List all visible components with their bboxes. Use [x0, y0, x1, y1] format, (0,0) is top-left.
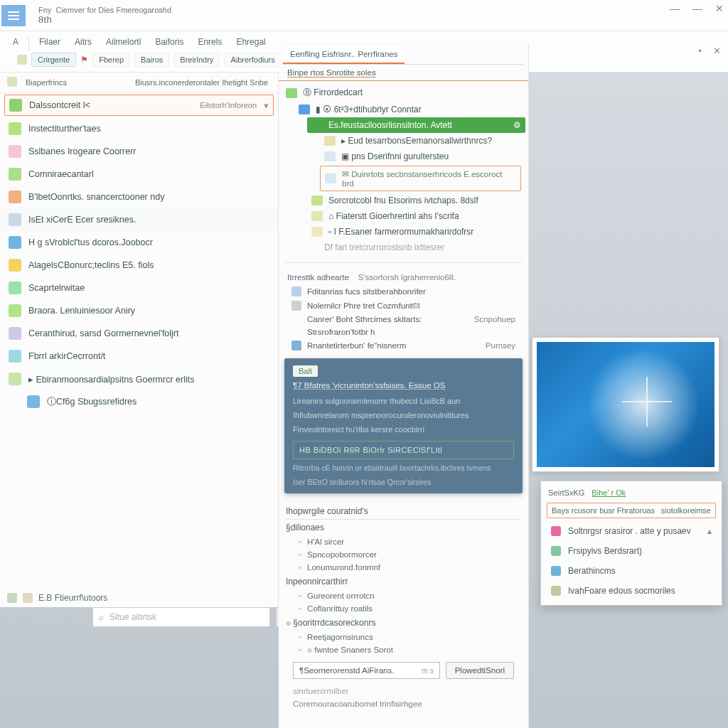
left-item[interactable]: ⓘCf6g Sbugssrefidres [0, 390, 278, 413]
prop-val: Scnpohuep [474, 315, 515, 323]
panel-pill[interactable]: Balt [293, 365, 318, 377]
left-item-label: H g sVroblcl'tus dcoros.Joobocr [28, 237, 153, 247]
left-item[interactable]: Sslbanes Irogeare Coorrerr [0, 140, 278, 163]
tree-node-label: ⌂ Fiaterstt Gioerhrertinl ahs I'scrifa [328, 211, 459, 221]
menu-item[interactable]: Baiforis [148, 34, 191, 50]
left-item[interactable]: Scaprtelrwitae [0, 277, 278, 299]
app-icon [9, 259, 21, 272]
toolbar-chip[interactable]: Aibrerfodiurs [224, 53, 281, 67]
center-breadcrumb[interactable]: Binpe rtos Snrotite soles [279, 65, 528, 81]
minimize-button[interactable]: — [670, 3, 680, 14]
group-item[interactable]: ▫Lonumurond.fonmnf [286, 561, 521, 574]
left-item-highlighted[interactable]: Dalssontcreit l< Eilotorh'Inforeon ▾ [4, 95, 274, 116]
apply-button[interactable]: PlowedtiSnorl [446, 662, 514, 679]
compose-button[interactable]: Crirgente [31, 53, 76, 67]
flyout-item[interactable]: Berathincms [541, 561, 722, 581]
toolbar-chip[interactable]: Bairos [134, 53, 169, 67]
toolbar-chip[interactable]: Breirlndry [173, 53, 220, 67]
panel-line: Finveolntoreict hu'rlbs kersre coocbirri [293, 422, 514, 437]
app-icon [9, 236, 21, 249]
center-tabs: Eenfling Eisfrisnr.. Perrfiranes [283, 46, 524, 65]
group-item[interactable]: ▫Spncopobormorcer [286, 548, 521, 561]
tree-node[interactable]: ▸ Eud tesarrbonsEemanorsallwirthnrcs? [320, 133, 525, 149]
tree-node[interactable]: ▫ I F.Esaner farmerormumakharirdofrsr [307, 224, 525, 240]
menu-item[interactable]: Ehregal [229, 34, 272, 50]
group-item-label: Coflanrittuy roatils [307, 604, 373, 613]
group-item[interactable]: ▫Reetjagornsiruncs [286, 631, 521, 643]
property-row: Canrer' Boht Sthrcimes skitarts:Scnpohue… [279, 313, 528, 326]
app-icon [9, 304, 21, 317]
group-item[interactable]: ▫H'Al sircer [286, 535, 521, 548]
left-item[interactable]: Fbrrl arkirCecrront/t [0, 345, 278, 368]
flyout-head-2[interactable]: Bihe' r Ok [592, 488, 626, 497]
app-icon [9, 122, 21, 135]
group-item-label: H'Al sircer [307, 537, 344, 546]
group-item-label: Gureorent orrrotcn [307, 592, 375, 600]
tree-node[interactable]: Df farl tretcrurrorostsnb ixttesrer [320, 240, 525, 255]
group-item[interactable]: ▫⟐ fwntoe Snaners Sorot [286, 643, 521, 656]
tree-node-label: ▣ pns Dserifnni gurultersteu [341, 151, 449, 161]
flyout-item[interactable]: IvahFoare edous socmoriles [541, 581, 722, 601]
menu-item[interactable]: A [6, 34, 26, 50]
flyout-item[interactable]: Frsipyivs Berdsrart) [541, 541, 722, 561]
left-item[interactable]: H g sVroblcl'tus dcoros.Joobocr [0, 231, 278, 254]
flyout-item-label: IvahFoare edous socmoriles [568, 586, 675, 596]
window-title: Ciemver for Dies Fmereogaroshd [55, 6, 171, 14]
flyout-highlighted-row[interactable]: Bays rcusonr busr Fhratoruas siotolkorei… [547, 503, 716, 518]
maximize-button[interactable]: — [692, 3, 702, 14]
flag-icon[interactable]: ⚑ [80, 55, 88, 65]
chevron-up-icon[interactable]: ▴ [707, 526, 712, 536]
hamburger-icon[interactable] [1, 5, 26, 26]
menu-item[interactable]: Enrels [191, 34, 229, 50]
prop-key: Strsrofraron'fotbr h [307, 328, 510, 336]
tree-node[interactable]: ⌂ Fiaterstt Gioerhrertinl ahs I'scrifa [307, 208, 525, 224]
property-row: Nolemilcr Phre tret Cozmfunt©l [279, 299, 528, 313]
context-flyout: SeirtSxKG Bihe' r Ok Bays rcusonr busr F… [540, 481, 722, 606]
menu-item[interactable]: Aitrs [68, 34, 99, 50]
left-item-label: IsEt xiCerE Ecer sresiknes. [28, 215, 136, 225]
close-button[interactable]: ✕ [715, 3, 724, 14]
left-item[interactable]: IsEt xiCerE Ecer sresiknes. [0, 208, 278, 231]
toolbar-chip[interactable]: Fberep [92, 53, 130, 67]
left-pane-footer[interactable]: E.B Ftieurrf\utoors [7, 593, 107, 603]
tree-node[interactable]: Es.feustaclloosrlisnsilnton. Avtett⚙ [307, 117, 525, 133]
group-item-label: Reetjagornsiruncs [307, 633, 373, 641]
menu-item[interactable]: Filaer [32, 34, 68, 50]
item-icon [551, 526, 561, 536]
menu-item[interactable]: Ailmelortl [99, 34, 148, 50]
bullet-icon: ▫ [299, 633, 301, 641]
tree-node[interactable]: ▣ pns Dserifnni gurultersteu [320, 149, 525, 164]
left-item[interactable]: ▸ Ebiranmoonsardialpsitns Goermrcr erlit… [0, 368, 278, 390]
gear-icon[interactable]: ⚙ [513, 120, 521, 130]
title-tab: Fny Ciemver for Dies Fmereogaroshd 8th [33, 3, 177, 28]
tree-node[interactable]: Sorcrotcobl fnu Etsorirns ivtchaps. 8dsl… [307, 193, 525, 208]
flyout-item[interactable]: Soltnrgsr srasiror . atte y pusaev▴ [541, 521, 722, 541]
filter-suffix: m s [422, 667, 434, 675]
left-item-label: Braora. Lenluiniesoor Aniry [28, 306, 135, 316]
title-prefix: Fny [38, 6, 51, 14]
close-icon[interactable]: ✕ [713, 46, 721, 56]
prop-key: Canrer' Boht Sthrcimes skitarts: [307, 315, 469, 323]
tree-node[interactable]: ✉ Duinrtots secbnstanserhricods E.escoro… [320, 166, 521, 191]
props-val: S'ssortorsh lgraherrenio68. [358, 273, 456, 282]
left-item[interactable]: Ceranthirud, sarsd Gormernevnel'foljrt [0, 322, 278, 345]
group-item[interactable]: ▫Gureorent orrrotcn [286, 589, 521, 602]
filter-input[interactable]: ¶Seornerorenstd AiFirans. m s [293, 662, 440, 679]
left-header-2: Biusrs.inconerderontaler Ihetight Snbe [132, 77, 271, 88]
left-item[interactable]: Comniraecantarl [0, 163, 278, 186]
tree-node[interactable]: ▮ ⦿ 6t²3+dtihubrlyr Conntar [294, 102, 525, 117]
left-item[interactable]: Instectiturther'taes [0, 117, 278, 140]
left-pane: Biaperfrincs Biusrs.inconerderontaler Ih… [0, 73, 279, 607]
search-input[interactable]: ⌕ Situe aibrtsk [92, 607, 270, 627]
tab-editing[interactable]: Eenfling Eisfrisnr.. Perrfiranes [283, 46, 405, 64]
left-item[interactable]: B'lbetOonrtks. snancerctooner ndy [0, 186, 278, 208]
dot-icon[interactable]: • [698, 46, 702, 56]
prop-icon [291, 301, 301, 311]
bullet-icon: ▫ [299, 592, 301, 600]
tree-node[interactable]: Ⓑ Firrordedcart [282, 84, 525, 102]
chevron-down-icon[interactable]: ▾ [264, 100, 269, 111]
group-item[interactable]: ▫Coflanrittuy roatils [286, 602, 521, 615]
left-item[interactable]: AlagelsCBonurc;teclins E5. fiols [0, 254, 278, 277]
left-item[interactable]: Braora. Lenluiniesoor Aniry [0, 299, 278, 322]
group-item-label: Spncopobormorcer [307, 550, 377, 559]
